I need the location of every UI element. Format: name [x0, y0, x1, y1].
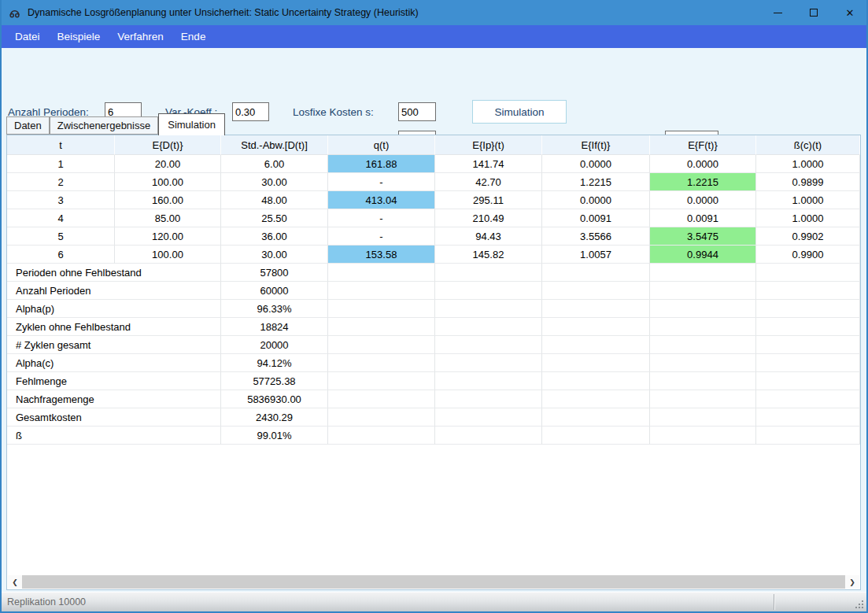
chevron-left-icon: ❮ — [12, 578, 18, 586]
scroll-left-button[interactable]: ❮ — [8, 575, 22, 589]
minimize-button[interactable] — [759, 0, 796, 25]
grid-body: 120.006.00161.88141.740.00000.00001.0000… — [7, 155, 860, 445]
cell: 36.00 — [221, 227, 328, 246]
cell: 3 — [7, 191, 115, 209]
cell: 1.0000 — [756, 191, 860, 209]
resize-grip-icon[interactable] — [855, 600, 865, 610]
summary-value: 20000 — [221, 336, 328, 354]
summary-value: 96.33% — [221, 300, 328, 318]
cell — [650, 427, 756, 445]
summary-value: 57725.38 — [221, 372, 328, 390]
cell — [435, 372, 542, 390]
cell — [756, 354, 860, 372]
cell — [756, 264, 860, 282]
cell: 0.9899 — [756, 173, 860, 191]
close-button[interactable]: ✕ — [832, 0, 868, 25]
cell: 94.43 — [435, 227, 542, 246]
cell — [542, 427, 650, 445]
statusbar-divider — [774, 594, 774, 610]
grid-header-row: tE{D(t)}Std.-Abw.[D(t)]q(t)E{Ip}(t)E{If(… — [7, 135, 860, 155]
maximize-icon — [810, 9, 818, 17]
cell: 4 — [7, 209, 115, 227]
cell — [542, 318, 650, 336]
cell: - — [328, 227, 435, 246]
menu-item-verfahren[interactable]: Verfahren — [109, 25, 172, 48]
menu-item-beispiele[interactable]: Beispiele — [49, 25, 109, 48]
column-header: E{If(t)} — [542, 135, 650, 155]
cell — [328, 427, 435, 445]
summary-label: Fehlmenge — [7, 372, 221, 390]
parameter-panel: Anzahl Perioden: Var.-Koeff.: Losfixe Ko… — [0, 48, 868, 113]
cell: 1.0000 — [756, 155, 860, 173]
cell: 100.00 — [115, 246, 221, 264]
summary-value: 99.01% — [221, 427, 328, 445]
menu-item-datei[interactable]: Datei — [6, 25, 49, 48]
cell — [328, 300, 435, 318]
tab-daten[interactable]: Daten — [6, 116, 50, 135]
cell: 25.50 — [221, 209, 328, 227]
summary-label: Perioden ohne Fehlbestand — [7, 264, 221, 282]
cell — [542, 354, 650, 372]
cell — [650, 390, 756, 408]
cell — [756, 282, 860, 300]
tab-simulation[interactable]: Simulation — [158, 113, 225, 135]
scroll-right-button[interactable]: ❯ — [845, 575, 859, 589]
summary-label: Alpha(c) — [7, 354, 221, 372]
table-row: 120.006.00161.88141.740.00000.00001.0000 — [7, 155, 860, 173]
cell: 120.00 — [115, 227, 221, 246]
scrollbar-thumb[interactable] — [22, 575, 845, 589]
column-header: E{Ip}(t) — [435, 135, 542, 155]
cell — [542, 372, 650, 390]
highlighted-cell: 0.9944 — [650, 246, 756, 264]
cell: 2 — [7, 173, 115, 191]
column-header: E{D(t)} — [115, 135, 221, 155]
cell: 145.82 — [435, 246, 542, 264]
highlighted-cell: 1.2215 — [650, 173, 756, 191]
cell — [435, 336, 542, 354]
cell — [756, 300, 860, 318]
cell — [435, 282, 542, 300]
summary-row: Nachfragemenge5836930.00 — [7, 390, 860, 408]
window-border-left — [0, 0, 2, 613]
tab-zwischenergebnisse[interactable]: Zwischenergebnisse — [50, 116, 159, 135]
cell: 1.0000 — [756, 209, 860, 227]
cell — [435, 408, 542, 427]
table-row: 2100.0030.00-42.701.22151.22150.9899 — [7, 173, 860, 191]
cell — [650, 354, 756, 372]
summary-value: 60000 — [221, 282, 328, 300]
horizontal-scrollbar[interactable]: ❮ ❯ — [8, 575, 859, 589]
cell: 160.00 — [115, 191, 221, 209]
cell — [756, 408, 860, 427]
cell — [435, 390, 542, 408]
cell: 0.9900 — [756, 246, 860, 264]
cell — [435, 318, 542, 336]
grid-header: tE{D(t)}Std.-Abw.[D(t)]q(t)E{Ip}(t)E{If(… — [7, 135, 860, 155]
cell — [435, 264, 542, 282]
summary-value: 18824 — [221, 318, 328, 336]
chevron-right-icon: ❯ — [849, 578, 855, 586]
column-header: q(t) — [328, 135, 435, 155]
summary-row: Zyklen ohne Fehlbestand18824 — [7, 318, 860, 336]
highlighted-cell: 3.5475 — [650, 227, 756, 246]
menu-item-ende[interactable]: Ende — [172, 25, 215, 48]
summary-row: Perioden ohne Fehlbestand57800 — [7, 264, 860, 282]
cell: 1.0057 — [542, 246, 650, 264]
cell — [650, 372, 756, 390]
cell — [328, 390, 435, 408]
column-header: t — [7, 135, 115, 155]
cell: - — [328, 173, 435, 191]
cell: 3.5566 — [542, 227, 650, 246]
cell — [328, 282, 435, 300]
cell — [650, 336, 756, 354]
summary-label: # Zyklen gesamt — [7, 336, 221, 354]
highlighted-cell: 161.88 — [328, 155, 435, 173]
column-header: E{F(t)} — [650, 135, 756, 155]
cell — [435, 427, 542, 445]
cell — [542, 300, 650, 318]
summary-label: Gesamtkosten — [7, 408, 221, 427]
summary-value: 2430.29 — [221, 408, 328, 427]
summary-row: # Zyklen gesamt20000 — [7, 336, 860, 354]
maximize-button[interactable] — [796, 0, 832, 25]
cell — [542, 408, 650, 427]
summary-row: Anzahl Perioden60000 — [7, 282, 860, 300]
